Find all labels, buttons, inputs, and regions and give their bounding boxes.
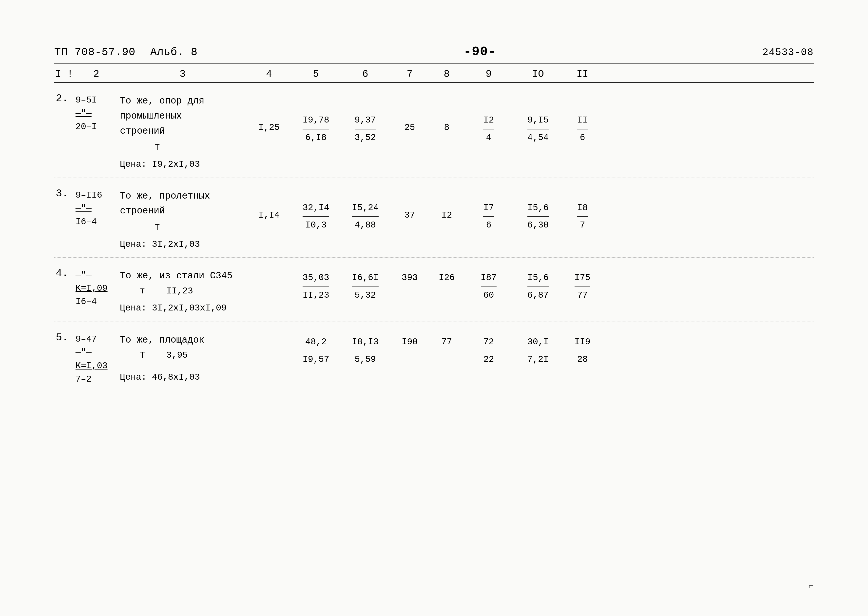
- row-5-col6: I8,I3 5,59: [341, 332, 390, 369]
- row-4-col11: I75 77: [563, 267, 602, 305]
- col-header-7: 7: [390, 69, 429, 80]
- header: ТП 708-57.90 Альб. 8 -90- 24533-08: [54, 44, 814, 59]
- row-3-col4: I,I4: [247, 188, 291, 225]
- row-2-col9: I2 4: [464, 93, 513, 147]
- page: ТП 708-57.90 Альб. 8 -90- 24533-08 I ! 2…: [0, 0, 868, 616]
- row-3-col5: 32,I4 I0,3: [291, 188, 341, 235]
- row-5-col7: I90: [390, 332, 429, 351]
- row-4-price: Цена: 3I,2хI,03хI,09: [120, 301, 245, 316]
- col-header-8: 8: [429, 69, 464, 80]
- row-2-num: 2.: [54, 93, 74, 105]
- row-4-col5: 35,03 II,23: [291, 267, 341, 305]
- page-number: -90-: [464, 44, 496, 59]
- row-3-ref: 9–II6—"—I6–4: [74, 188, 119, 230]
- row-2-ref: 9–5I—"—20–I: [74, 93, 119, 135]
- col-header-1: I !: [54, 69, 74, 80]
- row-5: 5. 9–47—"—K=I,037–2 То же, площадок Т 3,…: [54, 322, 814, 392]
- row-3-num: 3.: [54, 188, 74, 201]
- row-3-col7: 37: [390, 188, 429, 225]
- row-5-col5: 48,2 I9,57: [291, 332, 341, 369]
- row-4-col8: I26: [429, 267, 464, 287]
- col-header-11: II: [563, 69, 602, 80]
- row-2: 2. 9–5I—"—20–I То же, опор дляпромышлены…: [54, 83, 814, 178]
- row-2-price: Цена: I9,2хI,03: [120, 157, 245, 172]
- row-2-col4: I,25: [247, 93, 291, 137]
- row-3-col8: I2: [429, 188, 464, 225]
- row-3-col9: I7 6: [464, 188, 513, 235]
- row-4-desc: То же, из стали С345 т II,23 Цена: 3I,2х…: [119, 267, 247, 316]
- row-5-col4: [247, 332, 291, 334]
- row-3-col6: I5,24 4,88: [341, 188, 390, 235]
- row-3-col11: I8 7: [563, 188, 602, 235]
- row-4-num: 4.: [54, 267, 74, 280]
- row-4-col7: 393: [390, 267, 429, 287]
- row-2-col10: 9,I5 4,54: [513, 93, 563, 147]
- row-4-col4: [247, 267, 291, 269]
- album-label: Альб. 8: [150, 46, 198, 58]
- row-4-col6: I6,6I 5,32: [341, 267, 390, 305]
- row-5-col11: II9 28: [563, 332, 602, 369]
- row-5-num: 5.: [54, 332, 74, 344]
- row-5-desc: То же, площадок Т 3,95 Цена: 46,8хI,03: [119, 332, 247, 385]
- row-2-col6: 9,37 3,52: [341, 93, 390, 147]
- row-2-col5: I9,78 6,I8: [291, 93, 341, 147]
- row-3-desc: То же, пролетныхстроений Т Цена: 3I,2хI,…: [119, 188, 247, 253]
- row-4: 4. —"—K=I,09I6–4 То же, из стали С345 т …: [54, 258, 814, 322]
- col-header-6: 6: [341, 69, 390, 80]
- corner-mark: ⌐: [808, 581, 814, 591]
- doc-index: 24533-08: [762, 47, 814, 58]
- row-3-col10: I5,6 6,30: [513, 188, 563, 235]
- row-3-price: Цена: 3I,2хI,03: [120, 237, 245, 252]
- row-2-desc: То же, опор дляпромышленыхстроений Т Цен…: [119, 93, 247, 173]
- header-left: ТП 708-57.90 Альб. 8: [54, 46, 198, 58]
- row-2-col7: 25: [390, 93, 429, 137]
- row-5-col8: 77: [429, 332, 464, 351]
- doc-number: ТП 708-57.90: [54, 46, 135, 58]
- row-5-col9: 72 22: [464, 332, 513, 369]
- column-headers: I ! 2 3 4 5 6 7 8 9 IO II: [54, 64, 814, 83]
- row-5-col10: 30,I 7,2I: [513, 332, 563, 369]
- row-4-col9: I87 60: [464, 267, 513, 305]
- row-5-price: Цена: 46,8хI,03: [120, 370, 245, 385]
- col-header-9: 9: [464, 69, 513, 80]
- col-header-10: IO: [513, 69, 563, 80]
- row-4-ref: —"—K=I,09I6–4: [74, 267, 119, 310]
- row-3: 3. 9–II6—"—I6–4 То же, пролетныхстроений…: [54, 178, 814, 258]
- col-header-5: 5: [291, 69, 341, 80]
- col-header-2: 2: [74, 69, 119, 80]
- row-5-ref: 9–47—"—K=I,037–2: [74, 332, 119, 387]
- row-4-col10: I5,6 6,87: [513, 267, 563, 305]
- row-2-col11: II 6: [563, 93, 602, 147]
- row-2-col8: 8: [429, 93, 464, 137]
- col-header-3: 3: [119, 69, 247, 80]
- col-header-4: 4: [247, 69, 291, 80]
